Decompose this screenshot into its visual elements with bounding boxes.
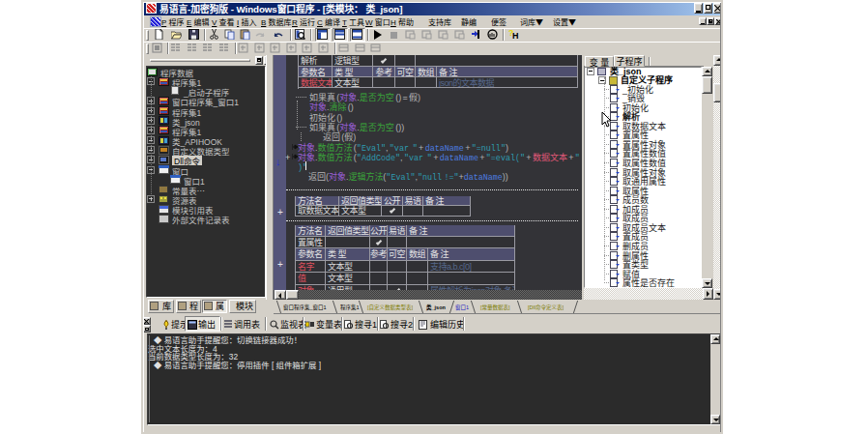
svg-text:H: H: [512, 29, 519, 39]
